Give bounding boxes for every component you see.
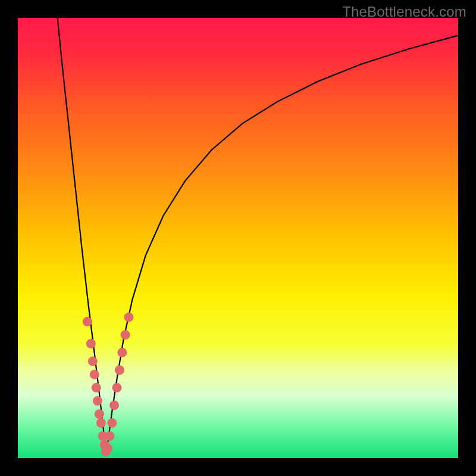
plot-area: [18, 18, 458, 458]
curve-marker: [103, 444, 112, 453]
curve-marker: [112, 383, 122, 393]
curve-marker: [92, 383, 101, 393]
curve-marker: [95, 409, 104, 419]
curve-marker: [90, 369, 99, 379]
curve-marker: [86, 339, 96, 349]
chart-svg: [18, 18, 458, 458]
curve-marker: [115, 365, 124, 375]
curve-marker: [96, 418, 106, 428]
curve-marker: [121, 330, 130, 340]
gradient-background: [18, 18, 458, 458]
curve-marker: [124, 312, 133, 322]
curve-marker: [117, 347, 127, 357]
curve-marker: [109, 400, 119, 410]
curve-marker: [88, 356, 98, 366]
curve-marker: [93, 396, 102, 406]
curve-marker: [105, 431, 115, 441]
chart-frame: TheBottleneck.com: [0, 0, 476, 476]
curve-marker: [83, 317, 92, 327]
watermark-text: TheBottleneck.com: [342, 4, 466, 20]
curve-marker: [107, 418, 117, 428]
